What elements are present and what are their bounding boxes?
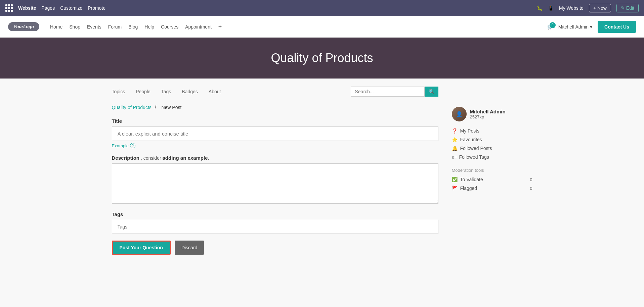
help-icon: ? [130,143,135,148]
nav-add-icon[interactable]: + [218,23,222,30]
device-preview-icon[interactable]: 📱 [548,5,554,11]
contact-us-button[interactable]: Contact Us [598,21,636,33]
validate-count: 0 [530,177,532,182]
nav-blog[interactable]: Blog [128,24,138,30]
my-website-link[interactable]: My Website [559,5,584,11]
forum-nav-badges[interactable]: Badges [182,89,198,94]
admin-nav-promote[interactable]: Promote [88,5,105,11]
admin-brand: Website [18,5,36,11]
example-link[interactable]: Example ? [112,143,438,148]
sidebar-followed-tags-label: Followed Tags [459,154,489,160]
title-input[interactable] [112,126,438,141]
example-label: Example [112,143,129,148]
grid-menu-icon[interactable] [5,4,13,12]
nav-appointment[interactable]: Appointment [185,24,212,30]
check-icon: ✅ [452,177,458,182]
nav-forum[interactable]: Forum [108,24,122,30]
hero-title: Quality of Products [0,51,644,65]
new-button[interactable]: + New [589,4,611,12]
nav-right: 🛒 0 Mitchell Admin ▾ Contact Us [547,21,636,33]
nav-help[interactable]: Help [144,24,154,30]
question-icon: ❓ [452,128,458,134]
form-buttons: Post Your Question Discard [112,241,438,255]
logo[interactable]: YourLogo [8,22,39,31]
nav-bar: YourLogo Home Shop Events Forum Blog Hel… [0,16,644,38]
debug-icon[interactable]: 🐛 [537,5,543,11]
sidebar-item-followed-tags[interactable]: 🏷 Followed Tags [452,154,532,160]
sidebar-user-name: Mitchell Admin [470,109,506,114]
edit-button[interactable]: ✎ Edit [616,4,639,12]
admin-nav-pages[interactable]: Pages [41,5,55,11]
bell-icon: 🔔 [452,146,458,151]
nav-events[interactable]: Events [87,24,101,30]
description-textarea[interactable] [112,163,438,204]
hero-section: Quality of Products [0,38,644,79]
nav-courses[interactable]: Courses [161,24,178,30]
desc-emphasis: adding an example [163,155,208,161]
sidebar-item-followed-posts[interactable]: 🔔 Followed Posts [452,146,532,151]
sidebar-links: ❓ My Posts ⭐ Favourites 🔔 Followed Posts… [452,128,532,160]
main-container: Topics People Tags Badges About 🔍 Qualit… [104,79,541,263]
tags-section: Tags [112,211,438,234]
forum-nav-about[interactable]: About [209,89,221,94]
cart-badge: 0 [550,22,556,28]
user-info: Mitchell Admin 2527xp [470,109,506,119]
flagged-label: Flagged [460,186,477,191]
description-section: Description , consider adding an example… [112,155,438,205]
breadcrumb-current: New Post [161,105,181,110]
post-question-button[interactable]: Post Your Question [112,241,171,255]
sidebar-item-favourites[interactable]: ⭐ Favourites [452,137,532,142]
sidebar-my-posts-label: My Posts [460,128,480,134]
avatar: 👤 [452,107,467,121]
breadcrumb-separator: / [155,105,156,110]
sidebar-user: 👤 Mitchell Admin 2527xp [452,107,532,121]
search-button[interactable]: 🔍 [425,87,438,97]
nav-links: Home Shop Events Forum Blog Help Courses… [50,23,539,30]
breadcrumb-parent[interactable]: Quality of Products [112,105,152,110]
nav-home[interactable]: Home [50,24,62,30]
flag-icon: 🚩 [452,186,458,191]
title-label: Title [112,118,438,124]
forum-nav-topics[interactable]: Topics [112,89,125,94]
admin-bar: Website Pages Customize Promote 🐛 📱 My W… [0,0,644,16]
tag-icon: 🏷 [452,154,457,160]
cart-icon[interactable]: 🛒 0 [547,24,553,30]
content-area: Topics People Tags Badges About 🔍 Qualit… [112,87,438,255]
forum-nav-people[interactable]: People [136,89,151,94]
forum-search: 🔍 [351,87,438,97]
discard-button[interactable]: Discard [175,241,204,255]
sidebar-user-xp: 2527xp [470,114,506,119]
sidebar: 👤 Mitchell Admin 2527xp ❓ My Posts ⭐ Fav… [452,87,532,255]
sidebar-favourites-label: Favourites [460,137,482,142]
title-section: Title Example ? [112,118,438,148]
validate-label: To Validate [460,177,483,182]
forum-nav-tags[interactable]: Tags [161,89,171,94]
sidebar-followed-posts-label: Followed Posts [460,146,492,151]
desc-note: , consider [139,155,162,161]
breadcrumb: Quality of Products / New Post [112,105,438,110]
user-dropdown[interactable]: Mitchell Admin ▾ [558,24,592,30]
nav-shop[interactable]: Shop [69,24,80,30]
moderation-title: Moderation tools [452,168,532,173]
forum-nav: Topics People Tags Badges About 🔍 [112,87,438,97]
tags-input[interactable] [112,220,438,234]
desc-note2: . [208,155,209,161]
moderation-validate[interactable]: ✅ To Validate 0 [452,177,532,182]
search-input[interactable] [351,87,425,97]
tags-label: Tags [112,211,438,217]
admin-nav-customize[interactable]: Customize [60,5,82,11]
desc-label: Description , consider adding an example… [112,155,438,161]
dropdown-arrow-icon: ▾ [590,24,592,30]
user-name: Mitchell Admin [558,24,589,30]
moderation-flagged[interactable]: 🚩 Flagged 0 [452,186,532,191]
sidebar-item-my-posts[interactable]: ❓ My Posts [452,128,532,134]
star-icon: ⭐ [452,137,458,142]
flagged-count: 0 [530,186,532,191]
